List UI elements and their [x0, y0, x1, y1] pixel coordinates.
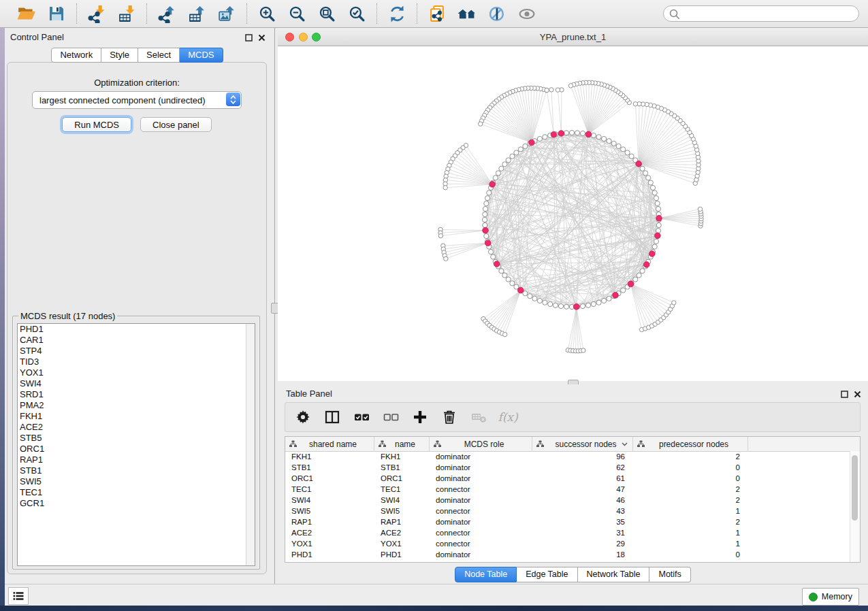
mcds-result-item[interactable]: ORC1: [18, 444, 255, 455]
cell-shared-name[interactable]: SWI4: [285, 495, 374, 506]
table-row-FKH1[interactable]: FKH1FKH1dominator962: [285, 451, 850, 462]
cell-predecessor-nodes[interactable]: 0: [633, 473, 748, 484]
cell-MCDS-role[interactable]: connector: [430, 538, 532, 549]
cell-shared-name[interactable]: PHD1: [285, 549, 374, 560]
mcds-result-item[interactable]: SWI5: [18, 476, 255, 487]
cell-name[interactable]: FKH1: [374, 451, 430, 462]
cell-shared-name[interactable]: STB1: [285, 462, 374, 473]
tab-edge-table[interactable]: Edge Table: [517, 567, 577, 582]
cell-successor-nodes[interactable]: 61: [532, 473, 633, 484]
column-header-shared-name[interactable]: shared name: [285, 437, 374, 451]
cell-predecessor-nodes[interactable]: 0: [633, 462, 748, 473]
cell-name[interactable]: ORC1: [374, 473, 430, 484]
memory-button[interactable]: Memory: [802, 588, 859, 606]
float-panel-icon[interactable]: [841, 389, 848, 401]
cell-MCDS-role[interactable]: dominator: [430, 495, 532, 506]
cell-MCDS-role[interactable]: connector: [430, 484, 532, 495]
mcds-result-list[interactable]: PHD1CAR1STP4TID3YOX1SWI4SRD1PMA2FKH1ACE2…: [17, 323, 255, 566]
zoom-selected-icon[interactable]: [347, 3, 367, 24]
select-all-icon[interactable]: [353, 409, 370, 425]
table-row-STB1[interactable]: STB1STB1dominator620: [285, 462, 850, 473]
first-neighbors-icon[interactable]: [457, 3, 477, 24]
cell-predecessor-nodes[interactable]: 1: [633, 506, 748, 516]
mcds-result-item[interactable]: ACE2: [18, 422, 255, 433]
split-panel-icon[interactable]: [324, 409, 340, 425]
settings-gear-icon[interactable]: [295, 409, 311, 425]
cell-predecessor-nodes[interactable]: 2: [633, 451, 748, 462]
run-mcds-button[interactable]: Run MCDS: [62, 117, 131, 132]
cell-MCDS-role[interactable]: dominator: [430, 549, 532, 560]
float-panel-icon[interactable]: [245, 32, 253, 44]
mcds-result-item[interactable]: GCR1: [18, 498, 255, 509]
cell-successor-nodes[interactable]: 46: [532, 495, 633, 506]
column-header-predecessor-nodes[interactable]: predecessor nodes: [633, 437, 748, 451]
cell-predecessor-nodes[interactable]: 0: [633, 549, 748, 560]
cell-name[interactable]: PHD1: [374, 549, 430, 560]
add-entry-icon[interactable]: [412, 409, 428, 425]
table-row-YOX1[interactable]: YOX1YOX1connector291: [285, 538, 850, 549]
cell-predecessor-nodes[interactable]: 1: [633, 538, 748, 549]
close-panel-icon[interactable]: [258, 32, 266, 44]
cell-successor-nodes[interactable]: 29: [532, 538, 633, 549]
table-row-RAP1[interactable]: RAP1RAP1dominator352: [285, 516, 850, 527]
cell-successor-nodes[interactable]: 31: [532, 527, 633, 538]
column-header-MCDS-role[interactable]: MCDS role: [430, 437, 532, 451]
refresh-layout-icon[interactable]: [387, 3, 407, 24]
cell-name[interactable]: ACE2: [374, 527, 430, 538]
cell-shared-name[interactable]: TEC1: [285, 484, 374, 495]
export-network-icon[interactable]: [157, 3, 177, 24]
cell-name[interactable]: RAP1: [374, 516, 430, 527]
import-network-icon[interactable]: [86, 3, 107, 24]
table-scrollbar[interactable]: [850, 451, 860, 562]
cell-shared-name[interactable]: RAP1: [285, 516, 374, 527]
mcds-result-item[interactable]: CAR1: [18, 335, 255, 346]
table-row-PHD1[interactable]: PHD1PHD1dominator180: [285, 549, 850, 560]
mcds-result-item[interactable]: STB5: [18, 433, 255, 444]
table-row-ACE2[interactable]: ACE2ACE2connector311: [285, 527, 850, 538]
cell-name[interactable]: YOX1: [374, 538, 430, 549]
export-network-document-icon[interactable]: [427, 3, 447, 24]
network-window-titlebar[interactable]: YPA_prune.txt_1: [278, 28, 868, 46]
cell-predecessor-nodes[interactable]: 1: [633, 527, 748, 538]
cell-MCDS-role[interactable]: dominator: [430, 473, 532, 484]
mcds-result-item[interactable]: RAP1: [18, 455, 255, 465]
zoom-in-icon[interactable]: [257, 3, 277, 24]
table-row-TEC1[interactable]: TEC1TEC1connector472: [285, 484, 850, 495]
cell-shared-name[interactable]: FKH1: [285, 451, 374, 462]
cell-predecessor-nodes[interactable]: 2: [633, 516, 748, 527]
tab-network[interactable]: Network: [51, 48, 101, 63]
cell-MCDS-role[interactable]: connector: [430, 506, 532, 516]
column-header-successor-nodes[interactable]: successor nodes: [532, 437, 633, 451]
mcds-result-item[interactable]: PMA2: [18, 400, 255, 411]
cell-name[interactable]: SWI4: [374, 495, 430, 506]
label-visibility-icon[interactable]: [487, 3, 507, 24]
export-table-icon[interactable]: [187, 3, 207, 24]
cell-shared-name[interactable]: ORC1: [285, 473, 374, 484]
mcds-result-item[interactable]: PHD1: [18, 324, 255, 335]
table-row-ORC1[interactable]: ORC1ORC1dominator610: [285, 473, 850, 484]
mcds-result-item[interactable]: SWI4: [18, 378, 255, 389]
vertical-splitter[interactable]: [270, 28, 278, 584]
visibility-eye-icon[interactable]: [517, 3, 537, 24]
tab-motifs[interactable]: Motifs: [649, 567, 690, 582]
mcds-result-item[interactable]: FKH1: [18, 411, 255, 422]
tab-mcds[interactable]: MCDS: [180, 48, 223, 63]
zoom-out-icon[interactable]: [287, 3, 307, 24]
cell-shared-name[interactable]: YOX1: [285, 538, 374, 549]
network-view-canvas[interactable]: [278, 46, 868, 381]
cell-successor-nodes[interactable]: 43: [532, 506, 633, 516]
cell-predecessor-nodes[interactable]: 2: [633, 484, 748, 495]
search-input[interactable]: [663, 5, 859, 22]
open-file-icon[interactable]: [16, 3, 37, 24]
cell-MCDS-role[interactable]: dominator: [430, 516, 532, 527]
import-table-icon[interactable]: [116, 3, 137, 24]
cell-successor-nodes[interactable]: 96: [532, 451, 633, 462]
mcds-result-item[interactable]: SRD1: [18, 389, 255, 400]
cell-MCDS-role[interactable]: connector: [430, 527, 532, 538]
save-session-icon[interactable]: [46, 3, 67, 24]
mcds-result-item[interactable]: TEC1: [18, 487, 255, 498]
delete-entry-icon[interactable]: [441, 409, 457, 425]
deselect-all-icon[interactable]: [383, 409, 399, 425]
close-panel-button[interactable]: Close panel: [140, 117, 212, 132]
column-header-name[interactable]: name: [374, 437, 430, 451]
